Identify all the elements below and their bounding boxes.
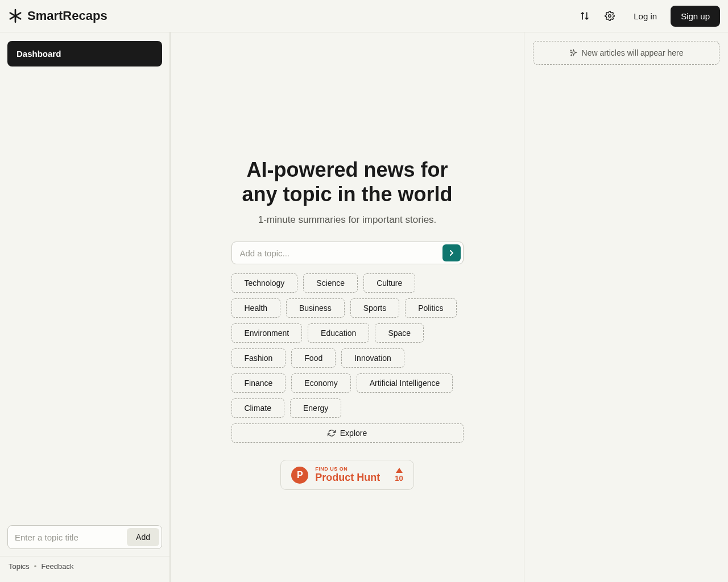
asterisk-icon [8,9,23,23]
brand-logo[interactable]: SmartRecaps [8,9,107,23]
topic-chip[interactable]: Climate [231,398,284,418]
refresh-icon [328,429,336,437]
topic-chip[interactable]: Space [375,323,424,343]
submit-topic-button[interactable] [442,244,461,261]
topic-chip[interactable]: Fashion [231,348,286,368]
topic-chip[interactable]: Technology [231,273,298,293]
topic-input[interactable] [240,248,442,258]
header: SmartRecaps Log in Sign up [0,0,728,32]
add-topic-button[interactable]: Add [127,528,159,546]
topic-chips: TechnologyScienceCultureHealthBusinessSp… [231,273,464,418]
upvote-icon [396,468,403,473]
sidebar: Dashboard Add Topics • Feedback [0,32,171,582]
chevron-right-icon [447,248,456,257]
svg-point-3 [609,15,611,18]
login-button[interactable]: Log in [624,6,666,26]
ph-name: Product Hunt [315,472,380,484]
settings-button[interactable] [599,6,620,26]
signup-button[interactable]: Sign up [671,6,720,27]
sidebar-footer: Topics • Feedback [0,556,169,576]
gear-icon [605,11,615,21]
topic-chip[interactable]: Artificial Intelligence [357,373,453,393]
topic-chip[interactable]: Science [303,273,358,293]
header-actions: Log in Sign up [574,6,720,27]
footer-feedback-link[interactable]: Feedback [41,562,73,571]
topic-chip[interactable]: Health [231,298,280,318]
topic-chip[interactable]: Energy [290,398,341,418]
sort-icon [580,11,590,21]
articles-placeholder: New articles will appear here [533,41,719,65]
topic-input-form [231,242,464,264]
topic-chip[interactable]: Finance [231,373,286,393]
ph-vote-count: 10 [395,474,403,483]
topic-chip[interactable]: Politics [405,298,456,318]
topic-chip[interactable]: Business [286,298,345,318]
topic-chip[interactable]: Education [308,323,369,343]
hero-subtitle: 1-minute summaries for important stories… [258,214,437,226]
right-panel: New articles will appear here [524,32,728,582]
topic-chip[interactable]: Innovation [341,348,404,368]
product-hunt-icon: P [291,467,308,484]
sort-button[interactable] [574,6,595,26]
add-topic-input[interactable] [15,533,127,542]
hero-title: AI-powered news for any topic in the wor… [242,157,452,206]
topic-chip[interactable]: Culture [363,273,415,293]
topic-chip[interactable]: Sports [350,298,399,318]
footer-topics-link[interactable]: Topics [9,562,30,571]
explore-button[interactable]: Explore [231,423,464,443]
ph-find-us: FIND US ON [315,466,380,472]
product-hunt-badge[interactable]: P FIND US ON Product Hunt 10 [280,460,413,490]
add-topic-form: Add [7,525,162,549]
sparkle-icon [569,49,577,57]
brand-name: SmartRecaps [27,9,107,23]
topic-chip[interactable]: Food [291,348,336,368]
topic-chip[interactable]: Economy [291,373,350,393]
main-content: AI-powered news for any topic in the wor… [171,32,524,582]
topic-chip[interactable]: Environment [231,323,303,343]
dashboard-tab[interactable]: Dashboard [7,41,162,66]
